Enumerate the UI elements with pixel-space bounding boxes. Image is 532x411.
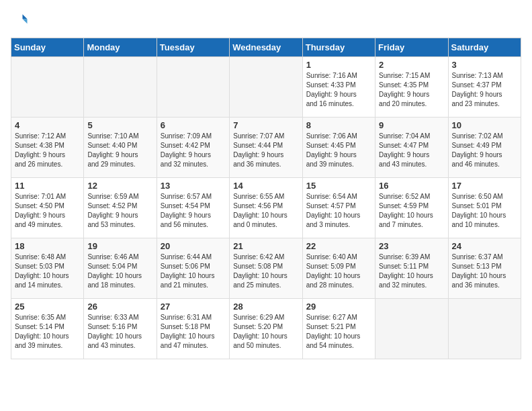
day-info: Sunrise: 7:01 AM Sunset: 4:50 PM Dayligh…	[15, 192, 80, 230]
calendar-cell: 14Sunrise: 6:55 AM Sunset: 4:56 PM Dayli…	[230, 178, 302, 238]
calendar-cell: 16Sunrise: 6:52 AM Sunset: 4:59 PM Dayli…	[375, 178, 448, 238]
calendar-cell: 12Sunrise: 6:59 AM Sunset: 4:52 PM Dayli…	[84, 178, 157, 238]
calendar-cell: 13Sunrise: 6:57 AM Sunset: 4:54 PM Dayli…	[157, 178, 229, 238]
header-day-thursday: Thursday	[302, 38, 375, 57]
day-info: Sunrise: 7:15 AM Sunset: 4:35 PM Dayligh…	[379, 71, 444, 109]
day-number: 22	[306, 241, 371, 251]
calendar-cell: 20Sunrise: 6:44 AM Sunset: 5:06 PM Dayli…	[157, 238, 229, 299]
day-number: 18	[15, 241, 80, 251]
day-number: 3	[452, 60, 517, 70]
day-info: Sunrise: 6:54 AM Sunset: 4:57 PM Dayligh…	[306, 192, 371, 230]
day-info: Sunrise: 7:13 AM Sunset: 4:37 PM Dayligh…	[452, 71, 517, 109]
calendar-cell: 22Sunrise: 6:40 AM Sunset: 5:09 PM Dayli…	[302, 238, 375, 299]
header-day-sunday: Sunday	[11, 38, 84, 57]
day-number: 16	[379, 181, 444, 191]
day-info: Sunrise: 7:12 AM Sunset: 4:38 PM Dayligh…	[15, 132, 80, 169]
day-number: 14	[233, 181, 298, 191]
page-header	[11, 11, 521, 30]
calendar-week-5: 25Sunrise: 6:35 AM Sunset: 5:14 PM Dayli…	[11, 299, 521, 359]
calendar-cell: 21Sunrise: 6:42 AM Sunset: 5:08 PM Dayli…	[230, 238, 302, 299]
calendar-cell: 5Sunrise: 7:10 AM Sunset: 4:40 PM Daylig…	[84, 118, 157, 178]
calendar-cell: 15Sunrise: 6:54 AM Sunset: 4:57 PM Dayli…	[302, 178, 375, 238]
calendar-table: SundayMondayTuesdayWednesdayThursdayFrid…	[11, 38, 521, 359]
day-number: 4	[15, 120, 80, 130]
calendar-cell	[11, 57, 84, 118]
day-number: 12	[87, 181, 152, 191]
day-info: Sunrise: 7:16 AM Sunset: 4:33 PM Dayligh…	[306, 71, 371, 109]
day-number: 17	[452, 181, 517, 191]
calendar-cell	[84, 57, 157, 118]
header-day-tuesday: Tuesday	[157, 38, 229, 57]
day-info: Sunrise: 7:06 AM Sunset: 4:45 PM Dayligh…	[306, 132, 371, 169]
day-number: 13	[161, 181, 226, 191]
calendar-cell: 1Sunrise: 7:16 AM Sunset: 4:33 PM Daylig…	[302, 57, 375, 118]
calendar-cell	[230, 57, 302, 118]
day-info: Sunrise: 7:07 AM Sunset: 4:44 PM Dayligh…	[233, 132, 298, 169]
day-info: Sunrise: 6:39 AM Sunset: 5:11 PM Dayligh…	[379, 253, 444, 290]
calendar-cell: 8Sunrise: 7:06 AM Sunset: 4:45 PM Daylig…	[302, 118, 375, 178]
day-info: Sunrise: 6:50 AM Sunset: 5:01 PM Dayligh…	[452, 192, 517, 230]
day-info: Sunrise: 6:42 AM Sunset: 5:08 PM Dayligh…	[233, 253, 298, 290]
day-info: Sunrise: 6:35 AM Sunset: 5:14 PM Dayligh…	[15, 313, 80, 351]
calendar-cell: 19Sunrise: 6:46 AM Sunset: 5:04 PM Dayli…	[84, 238, 157, 299]
day-info: Sunrise: 7:02 AM Sunset: 4:49 PM Dayligh…	[452, 132, 517, 169]
calendar-cell: 26Sunrise: 6:33 AM Sunset: 5:16 PM Dayli…	[84, 299, 157, 359]
calendar-cell: 6Sunrise: 7:09 AM Sunset: 4:42 PM Daylig…	[157, 118, 229, 178]
day-info: Sunrise: 6:57 AM Sunset: 4:54 PM Dayligh…	[161, 192, 226, 230]
calendar-cell: 9Sunrise: 7:04 AM Sunset: 4:47 PM Daylig…	[375, 118, 448, 178]
calendar-week-4: 18Sunrise: 6:48 AM Sunset: 5:03 PM Dayli…	[11, 238, 521, 299]
calendar-cell: 2Sunrise: 7:15 AM Sunset: 4:35 PM Daylig…	[375, 57, 448, 118]
day-number: 2	[379, 60, 444, 70]
day-number: 8	[306, 120, 371, 130]
calendar-cell: 24Sunrise: 6:37 AM Sunset: 5:13 PM Dayli…	[448, 238, 521, 299]
calendar-cell	[157, 57, 229, 118]
day-number: 19	[87, 241, 152, 251]
logo-icon	[11, 11, 30, 30]
day-info: Sunrise: 6:48 AM Sunset: 5:03 PM Dayligh…	[15, 253, 80, 290]
day-info: Sunrise: 6:52 AM Sunset: 4:59 PM Dayligh…	[379, 192, 444, 230]
calendar-cell: 29Sunrise: 6:27 AM Sunset: 5:21 PM Dayli…	[302, 299, 375, 359]
day-info: Sunrise: 6:55 AM Sunset: 4:56 PM Dayligh…	[233, 192, 298, 230]
calendar-cell	[375, 299, 448, 359]
day-number: 10	[452, 120, 517, 130]
svg-marker-1	[23, 19, 28, 24]
header-day-monday: Monday	[84, 38, 157, 57]
day-number: 1	[306, 60, 371, 70]
day-number: 6	[161, 120, 226, 130]
day-number: 23	[379, 241, 444, 251]
calendar-cell: 4Sunrise: 7:12 AM Sunset: 4:38 PM Daylig…	[11, 118, 84, 178]
calendar-cell: 3Sunrise: 7:13 AM Sunset: 4:37 PM Daylig…	[448, 57, 521, 118]
day-number: 15	[306, 181, 371, 191]
day-number: 7	[233, 120, 298, 130]
day-number: 29	[306, 302, 371, 312]
header-day-saturday: Saturday	[448, 38, 521, 57]
day-number: 11	[15, 181, 80, 191]
day-info: Sunrise: 6:37 AM Sunset: 5:13 PM Dayligh…	[452, 253, 517, 290]
calendar-cell: 23Sunrise: 6:39 AM Sunset: 5:11 PM Dayli…	[375, 238, 448, 299]
day-number: 5	[87, 120, 152, 130]
header-day-friday: Friday	[375, 38, 448, 57]
day-info: Sunrise: 6:44 AM Sunset: 5:06 PM Dayligh…	[161, 253, 226, 290]
day-info: Sunrise: 6:27 AM Sunset: 5:21 PM Dayligh…	[306, 313, 371, 351]
svg-marker-0	[23, 14, 28, 19]
calendar-cell: 17Sunrise: 6:50 AM Sunset: 5:01 PM Dayli…	[448, 178, 521, 238]
day-info: Sunrise: 6:59 AM Sunset: 4:52 PM Dayligh…	[87, 192, 152, 230]
day-info: Sunrise: 6:46 AM Sunset: 5:04 PM Dayligh…	[87, 253, 152, 290]
day-number: 25	[15, 302, 80, 312]
header-day-wednesday: Wednesday	[230, 38, 302, 57]
day-info: Sunrise: 7:09 AM Sunset: 4:42 PM Dayligh…	[161, 132, 226, 169]
day-info: Sunrise: 7:10 AM Sunset: 4:40 PM Dayligh…	[87, 132, 152, 169]
calendar-week-3: 11Sunrise: 7:01 AM Sunset: 4:50 PM Dayli…	[11, 178, 521, 238]
day-number: 26	[87, 302, 152, 312]
day-number: 28	[233, 302, 298, 312]
calendar-cell: 10Sunrise: 7:02 AM Sunset: 4:49 PM Dayli…	[448, 118, 521, 178]
calendar-header-row: SundayMondayTuesdayWednesdayThursdayFrid…	[11, 38, 521, 57]
calendar-week-1: 1Sunrise: 7:16 AM Sunset: 4:33 PM Daylig…	[11, 57, 521, 118]
day-info: Sunrise: 6:31 AM Sunset: 5:18 PM Dayligh…	[161, 313, 226, 351]
day-info: Sunrise: 6:29 AM Sunset: 5:20 PM Dayligh…	[233, 313, 298, 351]
day-number: 20	[161, 241, 226, 251]
logo	[11, 11, 32, 30]
day-info: Sunrise: 6:33 AM Sunset: 5:16 PM Dayligh…	[87, 313, 152, 351]
calendar-cell: 27Sunrise: 6:31 AM Sunset: 5:18 PM Dayli…	[157, 299, 229, 359]
calendar-cell	[448, 299, 521, 359]
